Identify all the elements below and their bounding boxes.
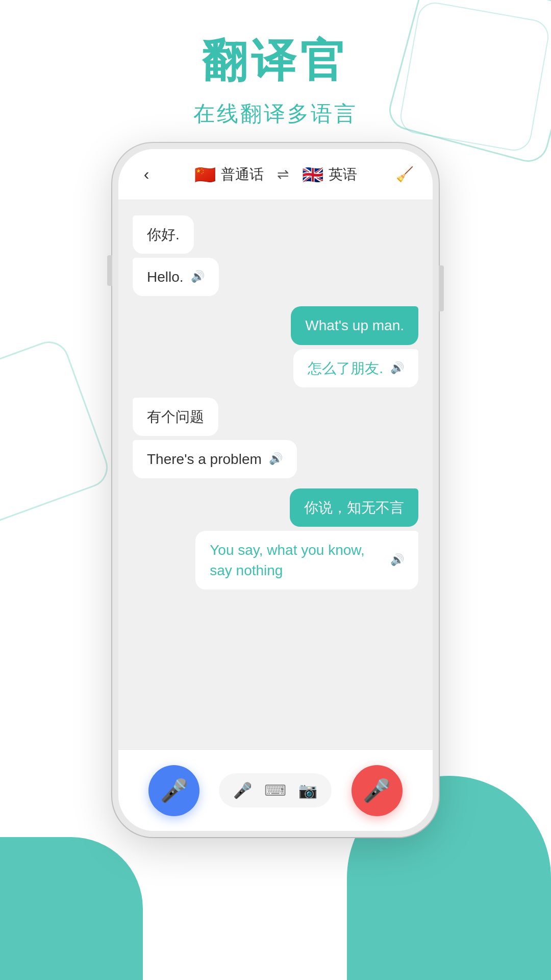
phone-mockup: ‹ 🇨🇳 普通话 ⇌ 🇬🇧 英语 🧹 你好. [112,143,439,837]
message-group-4: 你说，知无不言 You say, what you know, say noth… [133,488,418,590]
left-mic-button[interactable]: 🎤 [148,765,199,816]
bubble-original-1: 你好. [133,215,194,254]
bubble-original-4: 你说，知无不言 [290,488,418,527]
left-mic-icon: 🎤 [160,777,188,804]
bg-decoration-bottom-left [0,837,143,980]
message-group-2: What's up man. 怎么了朋友. 🔊 [133,306,418,387]
right-mic-button[interactable]: 🎤 [352,765,403,816]
camera-icon[interactable]: 📷 [298,781,317,799]
app-subtitle: 在线翻译多语言 [0,100,551,128]
bubble-translation-4: You say, what you know, say nothing 🔊 [195,531,418,589]
bubble-original-3: 有个问题 [133,398,218,436]
speaker-icon-4[interactable]: 🔊 [390,552,404,568]
phone-screen: ‹ 🇨🇳 普通话 ⇌ 🇬🇧 英语 🧹 你好. [118,149,433,831]
translation-text-4: You say, what you know, say nothing [210,540,383,580]
bottom-toolbar: 🎤 🎤 ⌨ 📷 🎤 [118,749,433,831]
keyboard-icon[interactable]: ⌨ [264,781,286,799]
chat-area: 你好. Hello. 🔊 What's up man. [118,200,433,749]
translation-text-2: 怎么了朋友. [308,358,383,378]
target-lang-label: 英语 [329,165,357,184]
nav-bar: ‹ 🇨🇳 普通话 ⇌ 🇬🇧 英语 🧹 [118,149,433,200]
back-button[interactable]: ‹ [134,162,159,187]
swap-icon[interactable]: ⇌ [277,166,289,183]
language-selector[interactable]: 🇨🇳 普通话 ⇌ 🇬🇧 英语 [159,164,392,185]
bubble-translation-3: There's a problem 🔊 [133,440,297,478]
bg-decoration-left-mid [0,336,113,532]
speaker-icon-3[interactable]: 🔊 [269,451,283,467]
source-lang-label: 普通话 [221,165,264,184]
bubble-original-2: What's up man. [291,306,418,345]
translation-text-1: Hello. [147,267,184,287]
phone-outer-shell: ‹ 🇨🇳 普通话 ⇌ 🇬🇧 英语 🧹 你好. [112,143,439,837]
target-lang-flag: 🇬🇧 [302,164,323,185]
bubble-translation-2: 怎么了朋友. 🔊 [293,349,418,387]
app-header: 翻译官 在线翻译多语言 [0,31,551,128]
source-lang-flag: 🇨🇳 [194,164,216,185]
translation-text-3: There's a problem [147,449,262,469]
speaker-icon-1[interactable]: 🔊 [191,269,205,285]
clear-button[interactable]: 🧹 [392,162,417,187]
speaker-icon-2[interactable]: 🔊 [390,360,404,376]
bubble-translation-1: Hello. 🔊 [133,258,219,296]
center-controls: 🎤 ⌨ 📷 [219,773,332,807]
right-mic-icon: 🎤 [363,777,391,804]
app-title: 翻译官 [0,31,551,91]
message-group-3: 有个问题 There's a problem 🔊 [133,398,418,478]
message-group-1: 你好. Hello. 🔊 [133,215,418,296]
center-mic-icon[interactable]: 🎤 [233,781,252,799]
